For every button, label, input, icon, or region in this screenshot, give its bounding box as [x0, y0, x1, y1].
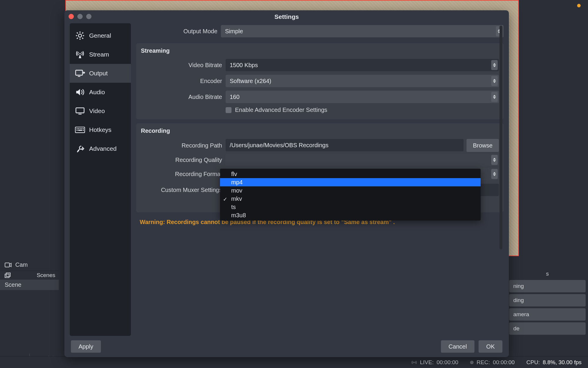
output-mode-label: Output Mode — [136, 28, 217, 35]
sidebar-item-label: Advanced — [89, 145, 116, 152]
dropdown-option-mov[interactable]: mov — [220, 186, 481, 195]
live-time: 00:00:00 — [437, 359, 458, 366]
status-dot-icon — [577, 4, 581, 7]
svg-line-12 — [77, 38, 78, 39]
gear-icon — [75, 32, 85, 40]
sidebar-item-hotkeys[interactable]: Hotkeys — [70, 120, 131, 139]
sidebar-item-advanced[interactable]: Advanced — [70, 139, 131, 158]
browse-button[interactable]: Browse — [467, 139, 499, 152]
keyboard-icon — [75, 126, 85, 134]
svg-rect-26 — [83, 130, 84, 131]
recording-title: Recording — [141, 127, 499, 134]
svg-rect-22 — [81, 128, 82, 129]
svg-point-4 — [79, 34, 82, 37]
control-button-fragment[interactable]: ding — [509, 294, 586, 306]
recording-path-label: Recording Path — [141, 142, 222, 149]
check-icon: ✓ — [223, 196, 227, 203]
stepper-icon[interactable] — [491, 60, 498, 70]
audio-bitrate-label: Audio Bitrate — [141, 94, 222, 100]
restore-icon[interactable] — [5, 273, 11, 278]
stepper-icon[interactable] — [491, 92, 498, 102]
window-title: Settings — [64, 13, 509, 20]
custom-muxer-label: Custom Muxer Settings — [141, 187, 222, 193]
audio-bitrate-select[interactable]: 160 — [226, 91, 499, 103]
streaming-title: Streaming — [141, 47, 499, 54]
stepper-icon[interactable] — [491, 76, 498, 86]
sidebar-item-label: Video — [89, 107, 105, 115]
sidebar-item-label: Hotkeys — [89, 126, 111, 133]
svg-rect-1 — [5, 274, 9, 278]
dropdown-option-mkv[interactable]: ✓mkv — [220, 195, 481, 203]
video-bitrate-label: Video Bitrate — [141, 62, 222, 69]
broadcast-icon — [411, 360, 417, 364]
cpu-label: CPU: — [527, 359, 540, 366]
output-mode-value: Simple — [225, 28, 243, 35]
dropdown-option-mp4[interactable]: mp4 — [220, 178, 481, 186]
dropdown-option-flv[interactable]: flv — [220, 170, 481, 178]
minimize-window-button[interactable] — [77, 14, 83, 19]
dropdown-option-m3u8[interactable]: m3u8 — [220, 211, 481, 219]
audio-bitrate-value: 160 — [230, 94, 239, 100]
source-item-cam[interactable]: Cam — [0, 259, 59, 271]
svg-rect-0 — [5, 263, 9, 267]
recording-quality-label: Recording Quality — [141, 157, 222, 163]
control-button-fragment[interactable]: amera — [509, 308, 586, 321]
sidebar-item-label: Audio — [89, 89, 105, 96]
encoder-select[interactable]: Software (x264) — [226, 75, 499, 87]
svg-rect-19 — [76, 128, 77, 129]
control-button-fragment[interactable]: ning — [509, 280, 586, 292]
cpu-value: 8.8%, 30.00 fps — [543, 359, 582, 366]
scenes-header: Scenes — [0, 271, 59, 280]
sidebar-item-audio[interactable]: Audio — [70, 83, 131, 102]
rec-label: REC: — [477, 359, 490, 366]
titlebar[interactable]: Settings — [64, 10, 509, 23]
recording-path-input[interactable]: /Users/junae/Movies/OBS Recordings — [226, 139, 464, 151]
svg-line-10 — [82, 38, 83, 39]
settings-sidebar: General Stream Output — [70, 23, 131, 336]
stepper-icon[interactable] — [491, 169, 498, 179]
apply-button[interactable]: Apply — [71, 340, 101, 353]
svg-rect-2 — [6, 273, 10, 276]
streaming-section: Streaming Video Bitrate 1500 Kbps Encode… — [136, 43, 504, 119]
controls-header-fragment: s — [509, 269, 586, 278]
cancel-button[interactable]: Cancel — [441, 340, 474, 353]
svg-line-9 — [77, 32, 78, 33]
svg-point-13 — [79, 53, 81, 54]
stepper-icon[interactable] — [491, 155, 498, 165]
sidebar-item-video[interactable]: Video — [70, 102, 131, 120]
live-label: LIVE: — [420, 359, 434, 366]
sidebar-item-label: Output — [89, 70, 108, 77]
speaker-icon — [75, 88, 85, 96]
scrollbar[interactable] — [499, 26, 502, 249]
svg-rect-21 — [80, 128, 81, 129]
source-label: Cam — [15, 261, 28, 268]
encoder-label: Encoder — [141, 78, 222, 84]
svg-rect-16 — [76, 108, 84, 113]
output-icon — [75, 69, 85, 77]
sidebar-item-general[interactable]: General — [70, 26, 131, 45]
sidebar-item-output[interactable]: Output — [70, 64, 131, 83]
status-bar: LIVE: 00:00:00 REC: 00:00:00 CPU: 8.8%, … — [0, 356, 588, 368]
tools-icon — [75, 145, 85, 153]
sidebar-item-stream[interactable]: Stream — [70, 45, 131, 64]
svg-rect-24 — [76, 130, 77, 131]
enable-advanced-checkbox[interactable] — [226, 107, 231, 113]
svg-point-3 — [414, 362, 414, 363]
encoder-value: Software (x264) — [230, 78, 271, 84]
ok-button[interactable]: OK — [479, 340, 502, 353]
monitor-icon — [75, 107, 85, 115]
svg-rect-14 — [76, 70, 82, 75]
control-button-fragment[interactable]: de — [509, 322, 586, 335]
recording-quality-select[interactable] — [226, 154, 499, 166]
zoom-window-button[interactable] — [86, 14, 91, 19]
output-mode-select[interactable]: Simple — [221, 25, 504, 37]
rec-time: 00:00:00 — [493, 359, 515, 366]
recording-path-value: /Users/junae/Movies/OBS Recordings — [230, 142, 329, 149]
dropdown-option-ts[interactable]: ts — [220, 203, 481, 211]
close-window-button[interactable] — [69, 14, 74, 19]
scene-item[interactable]: Scene — [0, 280, 59, 290]
sidebar-item-label: Stream — [89, 51, 109, 58]
record-dot-icon — [470, 361, 474, 364]
video-bitrate-input[interactable]: 1500 Kbps — [226, 59, 499, 71]
svg-line-11 — [82, 32, 83, 33]
